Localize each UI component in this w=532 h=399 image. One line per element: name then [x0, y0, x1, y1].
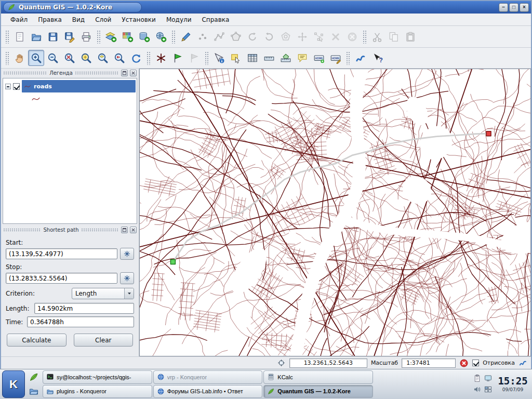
panel-drag-handle[interactable]	[3, 71, 47, 75]
toolbar-handle[interactable]	[5, 51, 9, 65]
taskbar-clock[interactable]: 15:25 09/07/09	[496, 370, 530, 398]
zoom-out-button[interactable]	[45, 50, 61, 66]
zoom-in-button[interactable]	[28, 50, 44, 66]
task-button[interactable]: KCalc	[263, 370, 373, 384]
legend-layer-roads[interactable]: roads	[3, 78, 137, 94]
task-label: sy@localhost:~/projects/qgis-	[57, 374, 131, 380]
task-label: vrp - Konqueror	[167, 374, 207, 380]
gray-flag-icon	[189, 52, 200, 64]
open-attribute-table-icon	[247, 52, 258, 64]
panel-drag-handle[interactable]	[75, 71, 119, 75]
add-vector-layer-button[interactable]	[103, 29, 119, 45]
combo-arrow-button[interactable]	[124, 288, 134, 299]
clear-button[interactable]: Clear	[74, 334, 134, 347]
start-input[interactable]	[6, 248, 117, 259]
layer-visibility-checkbox[interactable]	[13, 83, 20, 90]
pan-map-button[interactable]	[11, 50, 28, 66]
zoom-to-selection-button[interactable]	[78, 50, 94, 66]
task-button[interactable]: plugins - Konqueror	[43, 385, 152, 398]
panel-drag-handle[interactable]	[81, 228, 119, 232]
stop-render-button[interactable]	[459, 358, 469, 368]
road-graph-button[interactable]	[352, 50, 368, 66]
legend-panel-header[interactable]: Легенда	[1, 69, 139, 77]
title-bar[interactable]: Quantum GIS — 1.0.2-Kore –□×	[1, 1, 531, 14]
whats-this-button[interactable]: ?	[369, 50, 385, 66]
panel-drag-handle[interactable]	[3, 228, 41, 232]
qgis-icon	[267, 388, 275, 395]
criterion-select[interactable]: Length	[72, 288, 134, 299]
task-button[interactable]: Quantum GIS — 1.0.2-Kore	[263, 385, 373, 398]
task-button[interactable]: sy@localhost:~/projects/qgis-	[43, 370, 152, 384]
folder-icon[interactable]	[29, 386, 39, 396]
legend-float-button[interactable]	[121, 70, 128, 76]
main-area: Легенда roads	[1, 69, 531, 356]
save-project-as-button[interactable]	[61, 29, 77, 45]
new-project-button[interactable]	[11, 29, 28, 45]
add-raster-layer-button[interactable]	[119, 29, 136, 45]
star-tool-icon	[155, 52, 167, 64]
volume-icon[interactable]	[473, 385, 483, 395]
pager-icon[interactable]	[484, 385, 494, 395]
stop-input[interactable]	[6, 273, 117, 284]
toggle-editing-button[interactable]	[178, 29, 194, 45]
map-tips-button[interactable]	[294, 50, 310, 66]
task-label: Quantum GIS — 1.0.2-Kore	[277, 388, 351, 394]
shortest-path-float-button[interactable]	[121, 227, 128, 233]
menu-layer[interactable]: Слой	[90, 15, 116, 25]
menu-plugins[interactable]: Модули	[161, 15, 197, 25]
zoom-full-button[interactable]	[61, 50, 77, 66]
task-button[interactable]: Форумы GIS-Lab.info • Ответ	[153, 385, 263, 398]
task-button[interactable]: vrp - Konqueror	[153, 370, 263, 384]
refresh-map-button[interactable]	[128, 50, 144, 66]
selected-layer-row[interactable]: roads	[22, 80, 136, 92]
green-flag-button[interactable]	[169, 50, 185, 66]
zoom-to-layer-button[interactable]	[95, 50, 111, 66]
coordinate-capture-icon[interactable]	[277, 358, 286, 367]
open-project-button[interactable]	[28, 29, 44, 45]
maximize-button[interactable]: □	[509, 3, 518, 12]
clock-date: 09/07/09	[502, 388, 523, 392]
save-project-button[interactable]	[45, 29, 61, 45]
time-output[interactable]	[27, 316, 134, 327]
add-postgis-layer-button[interactable]	[136, 29, 152, 45]
measure-line-button[interactable]	[261, 50, 277, 66]
zoom-last-button[interactable]	[111, 50, 127, 66]
new-bookmark-button[interactable]: HOME	[311, 50, 327, 66]
legend-close-button[interactable]	[130, 70, 137, 76]
menu-edit[interactable]: Правка	[33, 15, 67, 25]
select-features-button[interactable]	[228, 50, 244, 66]
folder-icon	[46, 388, 54, 395]
open-attribute-table-button[interactable]	[244, 50, 260, 66]
measure-area-button[interactable]	[277, 50, 294, 66]
menu-settings[interactable]: Установки	[116, 15, 161, 25]
pick-stop-button[interactable]	[120, 272, 134, 284]
identify-features-button[interactable]	[211, 50, 227, 66]
star-tool-button[interactable]	[153, 50, 169, 66]
expander-icon[interactable]	[5, 84, 11, 89]
map-canvas[interactable]	[140, 69, 530, 356]
length-output[interactable]	[34, 303, 134, 314]
shortest-path-panel-header[interactable]: Shortest path	[1, 225, 139, 234]
k-menu-button[interactable]: K	[2, 370, 25, 398]
legend-tree[interactable]: roads	[3, 78, 137, 224]
monitor-icon[interactable]	[484, 374, 494, 384]
add-wms-layer-icon	[155, 31, 167, 43]
menu-view[interactable]: Вид	[67, 15, 90, 25]
pick-start-button[interactable]	[120, 248, 134, 260]
scale-input[interactable]: 1:37481	[402, 358, 456, 368]
calculate-button[interactable]: Calculate	[7, 334, 66, 347]
shortest-path-close-button[interactable]	[130, 227, 137, 233]
coordinate-display[interactable]: 13.2361,52.5643	[289, 358, 367, 368]
render-checkbox[interactable]	[472, 360, 479, 366]
show-bookmarks-button[interactable]: HOME	[327, 50, 343, 66]
minimize-button[interactable]: –	[499, 3, 508, 12]
print-composer-button[interactable]	[78, 29, 94, 45]
add-ring-icon	[280, 31, 291, 43]
close-button[interactable]: ×	[520, 3, 529, 12]
qgis-icon[interactable]	[29, 372, 39, 382]
menu-help[interactable]: Справка	[196, 15, 234, 25]
klipper-icon[interactable]	[473, 374, 483, 384]
menu-file[interactable]: Файл	[5, 15, 33, 25]
toolbar-handle[interactable]	[5, 30, 9, 44]
add-wms-layer-button[interactable]	[153, 29, 169, 45]
